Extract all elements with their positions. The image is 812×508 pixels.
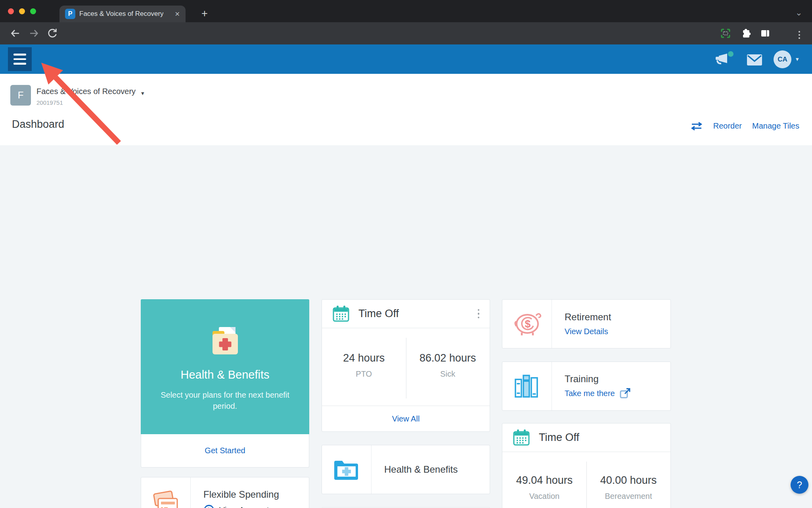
reorder-icon[interactable] [690, 122, 703, 131]
retirement-title: Retirement [565, 312, 670, 323]
tab-close-icon[interactable]: ✕ [175, 10, 180, 18]
promo-subtitle: Select your plans for the next benefit p… [155, 389, 295, 412]
manage-tiles-button[interactable]: Manage Tiles [752, 121, 799, 131]
tile-health-benefits[interactable]: Health & Benefits [322, 445, 490, 494]
company-selector-caret-icon[interactable]: ▾ [141, 90, 144, 97]
promo-title: Health & Benefits [141, 368, 309, 381]
training-title: Training [565, 373, 670, 385]
paychex-favicon: P [65, 9, 75, 19]
tab-search-chevron-icon[interactable]: ⌄ [795, 8, 802, 17]
pto-hours: 24 hours [322, 328, 406, 364]
browser-titlebar: P Faces & Voices of Recovery (2 ✕ + ⌄ [0, 0, 812, 22]
health-benefits-title: Health & Benefits [384, 464, 490, 475]
announcements-megaphone-icon[interactable] [714, 53, 730, 67]
calendar-icon [513, 429, 530, 446]
new-tab-button[interactable]: + [197, 6, 213, 21]
back-icon[interactable] [10, 28, 21, 39]
calendar-icon [332, 305, 350, 323]
tile-flexible-spending[interactable]: Flexible Spending View Accounts [141, 477, 309, 508]
get-started-link[interactable]: Get Started [205, 446, 245, 455]
flexible-spending-title: Flexible Spending [203, 489, 309, 500]
browser-toolbar: myapps.paychex.com/landing_remote/login.… [0, 22, 812, 44]
time-off-title: Time Off [539, 431, 579, 444]
view-accounts-link[interactable]: View Accounts [219, 505, 273, 508]
promo-top: Health & Benefits Select your plans for … [141, 299, 309, 434]
user-menu-caret-icon[interactable]: ▾ [796, 56, 799, 63]
hamburger-menu-button[interactable] [8, 47, 32, 71]
svg-text:$: $ [525, 318, 531, 330]
tile-health-benefits-promo[interactable]: Health & Benefits Select your plans for … [141, 299, 309, 468]
window-controls [8, 8, 36, 14]
screenshot-extension-icon[interactable] [721, 29, 730, 38]
tile-training[interactable]: Training Take me there [502, 362, 671, 411]
sick-hours: 86.02 hours [406, 328, 490, 364]
company-avatar: F [10, 85, 31, 106]
notification-dot [728, 51, 733, 57]
tile-time-off-vacation[interactable]: Time Off 49.04 hours Vacation 40.00 hour… [502, 423, 671, 508]
tile-menu-icon[interactable] [478, 309, 480, 319]
training-books-icon [514, 373, 540, 399]
messages-envelope-icon[interactable] [747, 54, 762, 65]
vacation-label: Vacation [502, 492, 586, 501]
help-button[interactable]: ? [791, 476, 808, 494]
tile-time-off-pto[interactable]: Time Off 24 hours PTO 86.02 hours Sick V… [322, 299, 490, 432]
pto-label: PTO [322, 369, 406, 379]
side-panel-icon[interactable] [760, 29, 770, 38]
medical-folder-icon [205, 327, 246, 361]
company-name: Faces & Voices of Recovery [36, 87, 136, 96]
external-link-icon [620, 388, 631, 399]
sick-label: Sick [406, 369, 490, 379]
piggy-bank-icon: $ [510, 310, 544, 337]
window-close-button[interactable] [8, 8, 14, 14]
extensions-puzzle-icon[interactable] [741, 29, 751, 38]
browser-tab[interactable]: P Faces & Voices of Recovery (2 ✕ [59, 6, 186, 22]
reorder-button[interactable]: Reorder [713, 121, 742, 131]
spending-cards-icon [151, 491, 180, 508]
take-me-there-link[interactable]: Take me there [565, 389, 615, 398]
bereavement-label: Bereavement [586, 492, 670, 501]
time-off-title: Time Off [358, 308, 399, 320]
circle-chevron-icon [203, 504, 214, 508]
health-folder-icon [333, 459, 360, 480]
reload-icon[interactable] [47, 28, 58, 39]
vacation-hours: 49.04 hours [502, 452, 586, 487]
tab-title: Faces & Voices of Recovery (2 [79, 10, 163, 18]
dashboard-content: Health & Benefits Select your plans for … [0, 145, 812, 508]
page-header: F Faces & Voices of Recovery ▾ 20019751 … [0, 74, 812, 145]
retirement-view-details-link[interactable]: View Details [565, 327, 608, 336]
chrome-menu-icon[interactable] [799, 31, 800, 39]
time-off-view-all-link[interactable]: View All [392, 414, 420, 423]
forward-icon[interactable] [29, 28, 40, 39]
window-minimize-button[interactable] [19, 8, 25, 14]
tile-retirement[interactable]: $ Retirement View Details [502, 299, 671, 348]
user-avatar[interactable]: CA [774, 50, 791, 68]
bereavement-hours: 40.00 hours [586, 452, 670, 487]
company-id: 20019751 [36, 99, 63, 106]
page-title: Dashboard [12, 118, 64, 131]
paychex-header [0, 44, 812, 74]
window-zoom-button[interactable] [30, 8, 36, 14]
